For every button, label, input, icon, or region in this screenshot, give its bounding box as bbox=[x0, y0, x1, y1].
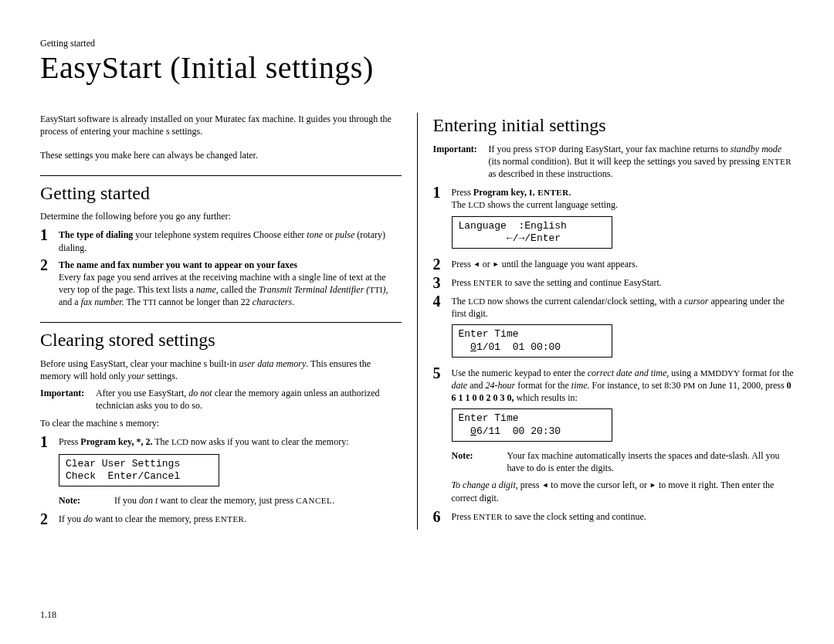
step-body: Use the numeric keypad to enter the corr… bbox=[452, 365, 795, 405]
note-label: Note: bbox=[59, 494, 114, 507]
step-number: 2 bbox=[40, 511, 51, 527]
step-number: 2 bbox=[433, 256, 444, 272]
getting-started-lead: Determine the following before you go an… bbox=[40, 210, 402, 222]
lcd-time-2: Enter Time 06/11 00 20:30 bbox=[452, 408, 612, 442]
lcd-language: Language :English ←/→/Enter bbox=[452, 216, 612, 249]
lcd-time-1: Enter Time 01/01 01 00:00 bbox=[452, 324, 612, 358]
enter-step-2: 2 Press ◄ or ► until the language you wa… bbox=[433, 256, 795, 272]
note-row: Note: If you don t want to clear the mem… bbox=[59, 494, 402, 507]
section-getting-started: Getting started bbox=[40, 181, 402, 205]
step-number: 2 bbox=[40, 257, 51, 273]
step-body: Press ENTER to save the clock setting an… bbox=[452, 509, 795, 523]
enter-step-3: 3 Press ENTER to save the setting and co… bbox=[433, 275, 795, 290]
step-number: 1 bbox=[433, 185, 444, 200]
clearing-p1: Before using EasyStart, clear your machi… bbox=[40, 358, 402, 382]
page-title: EasyStart (Initial settings) bbox=[40, 51, 794, 85]
section-clearing: Clearing stored settings bbox=[40, 327, 402, 352]
step-number: 4 bbox=[433, 293, 444, 309]
step-body: The LCD now shows the current calendar/c… bbox=[452, 293, 795, 320]
triangle-left-icon: ◄ bbox=[473, 260, 480, 268]
step-body: Press ◄ or ► until the language you want… bbox=[452, 256, 795, 270]
triangle-right-icon: ► bbox=[493, 260, 500, 268]
step-body: Press Program key, I, ENTER. The LCD sho… bbox=[452, 185, 795, 211]
enter-step-5: 5 Use the numeric keypad to enter the co… bbox=[433, 365, 795, 405]
lcd-clear: Clear User Settings Check Enter/Cancel bbox=[59, 454, 219, 487]
rule bbox=[40, 175, 402, 176]
enter-step-4: 4 The LCD now shows the current calendar… bbox=[433, 293, 795, 320]
step-number: 1 bbox=[40, 434, 51, 449]
triangle-left-icon: ◄ bbox=[541, 481, 548, 489]
important-text: If you press STOP during EasyStart, your… bbox=[489, 143, 795, 181]
to-clear: To clear the machine s memory: bbox=[40, 417, 402, 429]
important-row: Important: After you use EasyStart, do n… bbox=[40, 387, 402, 412]
step-number: 1 bbox=[40, 227, 51, 242]
gs-item-1: 1 The type of dialing your telephone sys… bbox=[40, 227, 402, 253]
note-text: If you don t want to clear the memory, j… bbox=[114, 494, 402, 507]
change-digit: To change a digit, press ◄ to move the c… bbox=[433, 479, 795, 503]
section-entering: Entering initial settings bbox=[433, 113, 795, 137]
important-row: Important: If you press STOP during Easy… bbox=[433, 143, 795, 181]
step-number: 3 bbox=[433, 275, 444, 290]
gs-item-2: 2 The name and fax number you want to ap… bbox=[40, 257, 402, 309]
enter-step-6: 6 Press ENTER to save the clock setting … bbox=[433, 509, 795, 524]
note-row: Note: Your fax machine automatically ins… bbox=[452, 449, 795, 474]
step-number: 5 bbox=[433, 365, 444, 381]
step-number: 6 bbox=[433, 509, 444, 524]
rule bbox=[40, 322, 402, 323]
important-text: After you use EasyStart, do not clear th… bbox=[96, 387, 402, 412]
step-body: Press Program key, *, 2. The LCD now ask… bbox=[59, 434, 402, 448]
page-number: 1.18 bbox=[40, 608, 56, 621]
left-column: EasyStart software is already installed … bbox=[40, 113, 418, 530]
note-text: Your fax machine automatically inserts t… bbox=[507, 449, 795, 474]
note-label: Note: bbox=[452, 449, 507, 474]
intro-p1: EasyStart software is already installed … bbox=[40, 113, 402, 137]
running-header: Getting started bbox=[40, 37, 794, 49]
enter-step-1: 1 Press Program key, I, ENTER. The LCD s… bbox=[433, 185, 795, 211]
columns: EasyStart software is already installed … bbox=[40, 113, 794, 530]
step-body: The type of dialing your telephone syste… bbox=[59, 227, 402, 253]
clear-step-2: 2 If you do want to clear the memory, pr… bbox=[40, 511, 402, 527]
step-body: Press ENTER to save the setting and cont… bbox=[452, 275, 795, 289]
right-column: Entering initial settings Important: If … bbox=[418, 113, 795, 530]
step-body: The name and fax number you want to appe… bbox=[59, 257, 402, 309]
triangle-right-icon: ► bbox=[649, 481, 656, 489]
clear-step-1: 1 Press Program key, *, 2. The LCD now a… bbox=[40, 434, 402, 449]
intro-p2: These settings you make here can always … bbox=[40, 149, 402, 161]
step-body: If you do want to clear the memory, pres… bbox=[59, 511, 402, 525]
important-label: Important: bbox=[40, 387, 96, 412]
important-label: Important: bbox=[433, 143, 489, 181]
